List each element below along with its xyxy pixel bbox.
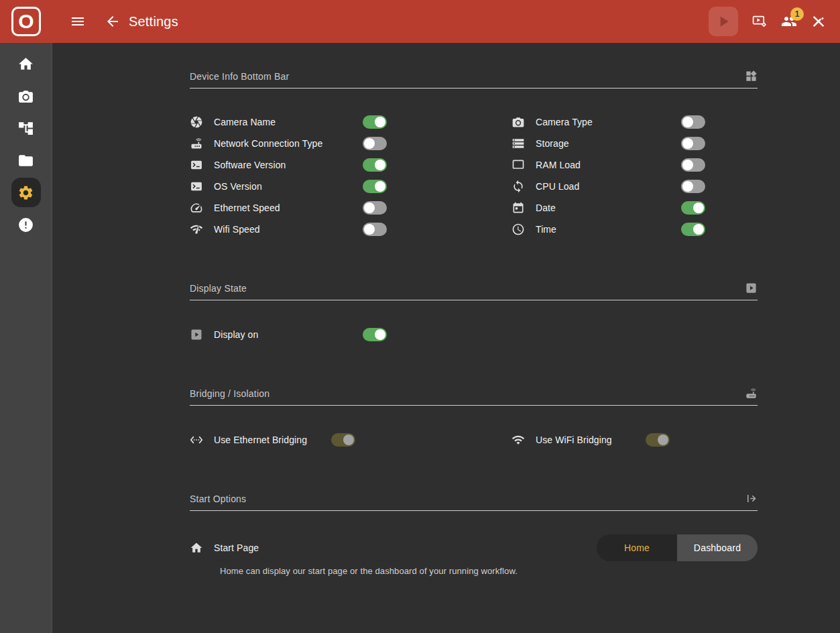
toggle-knob — [364, 138, 375, 149]
setting-row-camera-name: Camera Name — [190, 111, 387, 133]
section-header: Device Info Bottom Bar — [190, 70, 758, 89]
toggle-knob — [375, 329, 385, 340]
setting-row-software-version: Software Version — [190, 154, 387, 176]
terminal-icon — [190, 158, 203, 172]
router-icon — [190, 137, 203, 150]
toggle-date[interactable] — [681, 201, 705, 215]
setting-label: Wifi Speed — [214, 224, 363, 235]
app-header: O Settings 1 — [0, 0, 840, 43]
setting-row-ethernet-speed: Ethernet Speed — [190, 197, 387, 219]
sidebar-item-settings[interactable] — [11, 178, 41, 207]
toggle-storage[interactable] — [681, 137, 705, 150]
settings-ethernet-icon — [190, 433, 203, 447]
home-icon — [17, 56, 34, 72]
setting-label: Time — [536, 224, 681, 235]
section-header: Start Options — [190, 492, 758, 511]
section-start-options: Start Options Start Page Home Dashboard … — [190, 492, 758, 576]
sidebar-item-camera[interactable] — [11, 81, 41, 111]
start-icon — [745, 492, 758, 505]
setting-row-ram-load: RAM Load — [512, 154, 705, 176]
start-page-option-home[interactable]: Home — [597, 534, 677, 561]
toggle-camera-name[interactable] — [363, 115, 387, 129]
app-logo: O — [0, 7, 52, 36]
toggle-knob — [343, 435, 354, 445]
toggle-knob — [375, 160, 385, 170]
setting-row-ethernet-bridging: Use Ethernet Bridging — [190, 429, 355, 451]
logo-letter: O — [11, 7, 41, 36]
toggle-camera-type[interactable] — [681, 115, 705, 129]
toggle-knob — [693, 224, 704, 235]
section-title: Start Options — [190, 494, 246, 504]
shutter-icon — [190, 115, 203, 129]
page-title: Settings — [129, 14, 178, 30]
start-page-segmented-control: Home Dashboard — [597, 534, 758, 561]
toggle-display-on[interactable] — [363, 328, 387, 341]
display-settings-button[interactable] — [752, 13, 768, 30]
sidebar-item-notifications[interactable] — [11, 210, 41, 239]
toggle-time[interactable] — [681, 223, 705, 236]
section-title: Device Info Bottom Bar — [190, 71, 289, 82]
sidebar-item-files[interactable] — [11, 146, 41, 175]
loop-icon — [512, 180, 525, 193]
setting-label: Date — [536, 203, 681, 213]
setting-label: Use WiFi Bridging — [536, 435, 646, 445]
toggle-knob — [375, 117, 385, 127]
section-header: Bridging / Isolation — [190, 387, 758, 406]
toggle-wifi-speed[interactable] — [363, 223, 387, 236]
tools-button[interactable] — [811, 13, 827, 30]
toggle-knob — [364, 203, 375, 213]
setting-row-time: Time — [512, 219, 705, 240]
setting-row-storage: Storage — [512, 133, 705, 154]
monitor-icon — [512, 158, 525, 172]
sidebar-item-home[interactable] — [11, 49, 41, 78]
play-button-disabled[interactable] — [709, 7, 738, 36]
setting-row-wifi-bridging: Use WiFi Bridging — [512, 429, 670, 451]
setting-label: Display on — [214, 329, 363, 340]
speedometer-icon — [190, 201, 203, 215]
start-page-option-dashboard[interactable]: Dashboard — [677, 534, 758, 561]
setting-label: Software Version — [214, 160, 363, 170]
wifi-check-icon — [190, 223, 203, 236]
crossed-tools-icon — [811, 13, 827, 30]
workflow-tree-icon — [17, 120, 34, 137]
camera-icon — [17, 88, 34, 105]
folder-icon — [17, 152, 34, 169]
back-button[interactable] — [105, 13, 121, 30]
section-title: Display State — [190, 283, 247, 294]
toggle-ethernet-bridging[interactable] — [331, 433, 355, 447]
sidebar-nav — [0, 43, 52, 633]
storage-icon — [512, 137, 525, 150]
terminal-icon — [190, 180, 203, 193]
toggle-wifi-bridging[interactable] — [646, 433, 670, 447]
setting-row-display-on: Display on — [190, 324, 387, 345]
clock-icon — [512, 223, 525, 236]
setting-row-cpu-load: CPU Load — [512, 176, 705, 197]
setting-row-camera-type: Camera Type — [512, 111, 705, 133]
setting-label: Storage — [536, 138, 681, 149]
toggle-ram-load[interactable] — [681, 158, 705, 172]
setting-label: Camera Name — [214, 117, 363, 127]
setting-label: CPU Load — [536, 181, 681, 192]
section-device-info: Device Info Bottom Bar Camera Name Camer… — [190, 70, 758, 240]
toggle-software-version[interactable] — [363, 158, 387, 172]
display-settings-icon — [752, 13, 768, 30]
setting-row-network-connection-type: Network Connection Type — [190, 133, 387, 154]
gear-icon — [17, 184, 34, 201]
home-icon — [190, 541, 203, 555]
toggle-network-connection-type[interactable] — [363, 137, 387, 150]
toggle-knob — [682, 138, 693, 149]
toggle-os-version[interactable] — [363, 180, 387, 193]
toggle-knob — [375, 181, 385, 192]
sidebar-item-workflow[interactable] — [11, 113, 41, 143]
setting-label: Use Ethernet Bridging — [214, 435, 331, 445]
slideshow-icon — [745, 282, 758, 294]
setting-row-date: Date — [512, 197, 705, 219]
setting-row-os-version: OS Version — [190, 176, 387, 197]
toggle-ethernet-speed[interactable] — [363, 201, 387, 215]
wifi-icon — [512, 433, 525, 447]
notification-badge: 1 — [790, 7, 804, 21]
hamburger-menu-button[interactable] — [70, 13, 86, 30]
slideshow-icon — [190, 328, 203, 341]
toggle-knob — [682, 117, 693, 127]
toggle-cpu-load[interactable] — [681, 180, 705, 193]
